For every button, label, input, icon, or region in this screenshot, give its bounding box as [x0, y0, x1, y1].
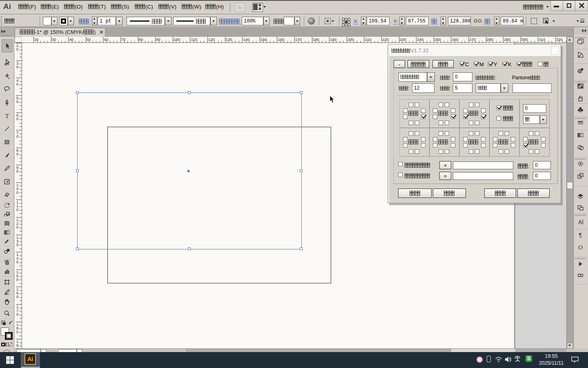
svg-text:T: T [5, 113, 9, 119]
svg-text:O: O [578, 244, 583, 251]
svg-text:A: A [578, 219, 582, 225]
svg-text:¶: ¶ [579, 231, 582, 238]
